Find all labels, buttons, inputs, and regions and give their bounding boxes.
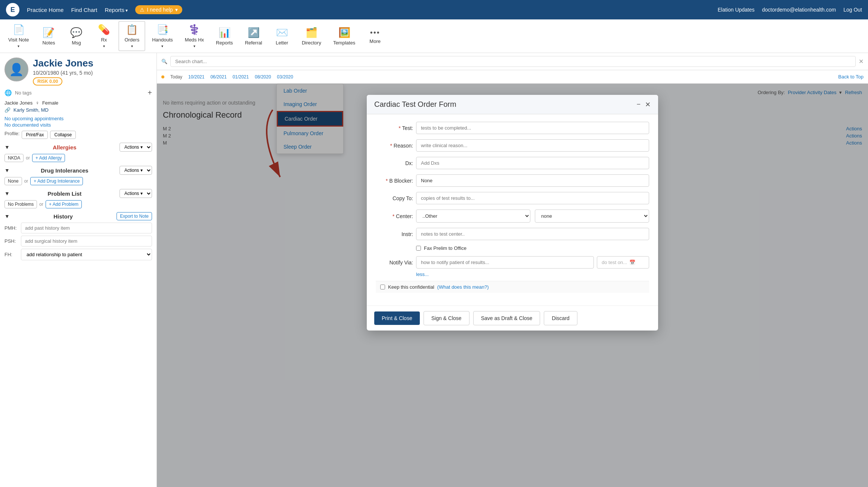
reports-btn[interactable]: 📊 Reports <box>211 25 238 48</box>
calendar-icon: 📅 <box>629 260 635 265</box>
handouts-btn[interactable]: 📑 Handouts ▾ <box>147 22 178 50</box>
msg-btn[interactable]: 💬 Msg <box>63 25 89 48</box>
search-clear-icon[interactable]: ✕ <box>859 58 864 65</box>
fh-label: FH: <box>4 252 18 257</box>
reason-input[interactable] <box>416 139 649 152</box>
copy-to-input[interactable] <box>416 192 649 204</box>
add-drug-button[interactable]: + Add Drug Intolerance <box>30 177 83 185</box>
logout-link[interactable]: Log Out <box>843 7 862 13</box>
orders-icon: 📋 <box>126 24 138 35</box>
more-icon: ••• <box>370 28 380 37</box>
patient-header: 👤 Jackie Jones 10/20/1980 (41 yrs, 5 mo)… <box>4 58 152 86</box>
modal-minimize-button[interactable]: − <box>636 100 641 108</box>
problem-section-header: ▼ Problem List Actions ▾ <box>4 189 152 198</box>
visit-note-btn[interactable]: 📄 Visit Note ▾ <box>3 22 34 50</box>
help-button[interactable]: ⚠ I need help ▾ <box>135 5 182 14</box>
date-1[interactable]: 10/2021 <box>188 74 204 80</box>
back-to-top-link[interactable]: Back to Top <box>838 74 864 80</box>
date-2[interactable]: 06/2021 <box>210 74 226 80</box>
no-appointments[interactable]: No upcoming appointments <box>4 116 152 121</box>
patient-dob: 10/20/1980 (41 yrs, 5 mo) <box>33 70 93 76</box>
link-icon: 🔗 <box>4 107 10 113</box>
find-chart-link[interactable]: Find Chart <box>71 7 97 13</box>
notes-btn[interactable]: 📝 Notes <box>35 25 62 48</box>
dx-input[interactable] <box>416 157 649 169</box>
provider-row: 🔗 Karly Smith, MD <box>4 107 152 113</box>
sidebar: 👤 Jackie Jones 10/20/1980 (41 yrs, 5 mo)… <box>0 53 157 487</box>
drug-none-tag[interactable]: None <box>4 177 22 185</box>
practice-home-link[interactable]: Practice Home <box>27 7 63 13</box>
pmh-input[interactable] <box>21 223 152 233</box>
content-area: 👤 Jackie Jones 10/20/1980 (41 yrs, 5 mo)… <box>0 53 868 487</box>
drug-section-header: ▼ Drug Intolerances Actions ▾ <box>4 166 152 175</box>
copy-to-row: Copy To: <box>376 192 649 204</box>
notify-input[interactable] <box>416 256 594 269</box>
templates-btn[interactable]: 🖼️ Templates <box>328 25 360 48</box>
less-link[interactable]: less... <box>376 272 649 277</box>
globe-icon: 🌐 <box>4 89 12 96</box>
timeline-marker <box>161 75 164 78</box>
date-4[interactable]: 08/2020 <box>255 74 271 80</box>
meds-hx-btn[interactable]: ⚕️ Meds Hx ▾ <box>180 22 209 50</box>
directory-btn[interactable]: 🗂️ Directory <box>297 25 326 48</box>
handouts-icon: 📑 <box>156 24 168 35</box>
test-input[interactable] <box>416 122 649 134</box>
fh-select[interactable]: add relationship to patient <box>21 249 152 260</box>
nkda-tag[interactable]: NKDA <box>4 154 24 162</box>
collapse-button[interactable]: Collapse <box>50 131 76 139</box>
letter-btn[interactable]: ✉️ Letter <box>269 25 295 48</box>
date-5[interactable]: 03/2020 <box>277 74 293 80</box>
export-note-button[interactable]: Export to Note <box>117 212 152 220</box>
b-blocker-input[interactable] <box>416 174 649 187</box>
drug-actions[interactable]: Actions ▾ <box>120 166 152 175</box>
print-fax-button[interactable]: Print/Fax <box>22 131 48 139</box>
provider-name[interactable]: Karly Smith, MD <box>13 107 49 113</box>
reports-nav-link[interactable]: Reports <box>105 7 128 13</box>
orders-btn[interactable]: 📋 Orders ▾ <box>118 21 145 51</box>
discard-button[interactable]: Discard <box>544 311 577 325</box>
center-select-1[interactable]: ..Other <box>416 210 530 223</box>
fax-prelim-label: Fax Prelim to Office <box>424 245 466 251</box>
psh-input[interactable] <box>21 236 152 246</box>
rx-icon: 💊 <box>98 24 110 35</box>
do-test-on-input[interactable]: do test on... 📅 <box>597 256 649 269</box>
user-email-link[interactable]: doctordemo@elationhealth.com <box>762 7 836 13</box>
fax-prelim-checkbox[interactable] <box>416 246 421 251</box>
confidential-checkbox[interactable] <box>380 285 385 289</box>
notify-label: Notify Via: <box>376 260 413 266</box>
problem-row: No Problems or + Add Problem <box>4 200 152 208</box>
rx-btn[interactable]: 💊 Rx ▾ <box>91 22 117 50</box>
search-input[interactable] <box>170 56 856 67</box>
add-allergy-button[interactable]: + Add Allergy <box>32 154 65 162</box>
dx-label: Dx: <box>376 160 413 166</box>
add-tag-button[interactable]: + <box>148 89 152 97</box>
referral-btn[interactable]: ↗️ Referral <box>240 25 267 48</box>
patient-gender-row: Jackie Jones ♀ Female <box>4 100 152 106</box>
timeline-bar: Today 10/2021 06/2021 01/2021 08/2020 03… <box>157 70 868 84</box>
today-label: Today <box>170 74 182 80</box>
profile-label: Profile: <box>4 131 19 139</box>
sign-close-button[interactable]: Sign & Close <box>424 311 469 325</box>
instr-input[interactable] <box>416 228 649 240</box>
modal-close-button[interactable]: ✕ <box>645 100 651 109</box>
allergies-actions[interactable]: Actions ▾ <box>120 143 152 152</box>
problem-actions[interactable]: Actions ▾ <box>120 189 152 198</box>
profile-actions: Profile: Print/Fax Collapse <box>4 131 152 139</box>
allergies-row: NKDA or + Add Allergy <box>4 154 152 162</box>
print-close-button[interactable]: Print & Close <box>374 311 420 325</box>
elation-updates-link[interactable]: Elation Updates <box>717 7 754 13</box>
modal-controls: − ✕ <box>636 100 651 109</box>
more-btn[interactable]: ••• More <box>362 26 388 46</box>
no-problems-tag[interactable]: No Problems <box>4 200 37 208</box>
center-select-2[interactable]: none <box>535 210 649 223</box>
add-problem-button[interactable]: + Add Problem <box>46 200 82 208</box>
save-draft-button[interactable]: Save as Draft & Close <box>473 311 540 325</box>
msg-icon: 💬 <box>70 27 82 38</box>
no-visits[interactable]: No documented visits <box>4 122 152 128</box>
notify-via-row: Notify Via: do test on... 📅 <box>376 256 649 269</box>
elation-logo[interactable]: E <box>6 3 19 16</box>
templates-icon: 🖼️ <box>338 27 350 38</box>
visit-note-icon: 📄 <box>13 24 25 35</box>
what-means-link[interactable]: (What does this mean?) <box>437 284 489 290</box>
date-3[interactable]: 01/2021 <box>233 74 249 80</box>
